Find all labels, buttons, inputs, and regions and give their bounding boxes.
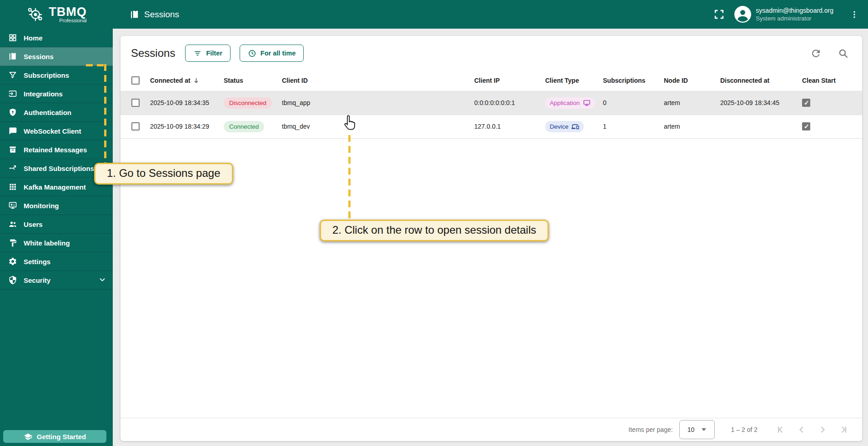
sidebar-item-settings[interactable]: Settings: [0, 252, 113, 271]
monitor-icon: [8, 200, 18, 210]
sidebar: Home Sessions Subscriptions: [0, 29, 113, 446]
sidebar-item-label: Shared Subscriptions: [24, 165, 94, 172]
tutorial-connector-line: [348, 135, 351, 220]
more-menu-button[interactable]: [845, 5, 863, 24]
search-button[interactable]: [834, 44, 852, 62]
column-header-client-ip[interactable]: Client IP: [474, 70, 545, 91]
clean-start-checkbox[interactable]: [802, 99, 810, 107]
tutorial-connector-line: [104, 64, 106, 163]
cell-subscriptions: 0: [603, 91, 664, 115]
cell-client-id: tbmq_app: [282, 91, 474, 115]
monitor-app-icon: [583, 99, 591, 107]
breadcrumb-label: Sessions: [144, 10, 179, 20]
row-checkbox[interactable]: [131, 122, 140, 130]
sidebar-item-label: Subscriptions: [24, 71, 69, 79]
caret-down-icon: [702, 428, 706, 431]
refresh-button[interactable]: [807, 44, 825, 62]
chat-bubble-icon: [8, 126, 18, 136]
dashboard-icon: [8, 33, 18, 43]
sessions-book-icon: [8, 51, 18, 61]
tutorial-step2-callout: 2. Click on the row to open session deta…: [320, 220, 549, 241]
filter-button[interactable]: Filter: [185, 45, 230, 62]
filter-lines-icon: [193, 49, 202, 58]
sidebar-item-label: Users: [24, 220, 43, 228]
sessions-table: Connected at Status Client ID Client IP …: [120, 70, 862, 139]
status-badge: Connected: [224, 121, 264, 132]
sessions-book-icon: [130, 10, 140, 20]
fullscreen-button[interactable]: [710, 5, 728, 24]
shield-lock-icon: [8, 107, 18, 117]
chevron-left-icon: [796, 424, 807, 435]
clock-icon: [248, 49, 256, 58]
column-header-subscriptions[interactable]: Subscriptions: [603, 70, 664, 91]
sidebar-item-label: Home: [24, 34, 43, 42]
cell-subscriptions: 1: [603, 115, 664, 138]
table-header-row: Connected at Status Client ID Client IP …: [120, 70, 862, 91]
sidebar-item-integrations[interactable]: Integrations: [0, 85, 113, 103]
cell-node-id: artem: [664, 91, 720, 115]
sidebar-item-retained-messages[interactable]: Retained Messages: [0, 140, 113, 159]
row-checkbox[interactable]: [131, 99, 140, 107]
archive-icon: [8, 145, 18, 155]
sidebar-item-authentication[interactable]: Authentication: [0, 103, 113, 122]
kebab-menu-icon: [850, 10, 859, 19]
sidebar-item-websocket-client[interactable]: WebSocket Client: [0, 122, 113, 140]
sidebar-item-label: Sessions: [24, 53, 54, 60]
page-size-select[interactable]: 10: [679, 420, 715, 439]
sidebar-item-label: Kafka Management: [24, 183, 86, 191]
column-header-disconnected-at[interactable]: Disconnected at: [720, 70, 802, 91]
search-icon: [838, 48, 849, 59]
sidebar-item-subscriptions[interactable]: Subscriptions: [0, 66, 113, 85]
sidebar-item-label: Retained Messages: [24, 146, 87, 154]
gear-icon: [8, 256, 18, 266]
prev-page-button[interactable]: [791, 421, 812, 439]
column-header-client-type[interactable]: Client Type: [545, 70, 603, 91]
getting-started-button[interactable]: Getting Started: [3, 430, 106, 443]
next-page-button[interactable]: [812, 421, 833, 439]
first-page-icon: [775, 424, 786, 435]
page-size-value: 10: [687, 426, 695, 433]
funnel-icon: [8, 70, 18, 80]
sidebar-item-users[interactable]: Users: [0, 215, 113, 234]
last-page-button[interactable]: [833, 421, 854, 439]
getting-started-label: Getting Started: [37, 433, 86, 441]
brand-subtitle: Professional: [59, 18, 87, 23]
refresh-icon: [810, 48, 822, 59]
sidebar-item-white-labeling[interactable]: White labeling: [0, 234, 113, 252]
page-title: Sessions: [131, 47, 175, 60]
client-type-chip: Application: [545, 97, 595, 109]
avatar[interactable]: [734, 6, 751, 23]
tbmq-logo-icon: [26, 5, 45, 24]
client-type-chip: Device: [545, 121, 584, 132]
clean-start-checkbox[interactable]: [802, 122, 810, 130]
sidebar-item-sessions[interactable]: Sessions: [0, 47, 113, 66]
column-header-connected-at[interactable]: Connected at: [150, 70, 224, 91]
cell-connected-at: 2025-10-09 18:34:35: [150, 91, 224, 115]
column-header-client-id[interactable]: Client ID: [282, 70, 474, 91]
top-bar: TBMQ Professional Sessions sysadmin@thin…: [0, 0, 868, 29]
cell-node-id: artem: [664, 115, 720, 138]
user-email: sysadmin@thingsboard.org: [756, 6, 833, 15]
cell-connected-at: 2025-10-09 18:34:29: [150, 115, 224, 138]
paint-roller-icon: [8, 238, 18, 248]
timewindow-button-label: For all time: [261, 50, 296, 57]
first-page-button[interactable]: [770, 421, 791, 439]
column-header-status[interactable]: Status: [224, 70, 282, 91]
column-header-node-id[interactable]: Node ID: [664, 70, 720, 91]
table-row[interactable]: 2025-10-09 18:34:29 Connected tbmq_dev 1…: [120, 115, 862, 138]
select-all-checkbox[interactable]: [131, 76, 140, 85]
tutorial-connector-line: [86, 64, 106, 66]
sidebar-item-security[interactable]: Security: [0, 271, 113, 290]
user-role: System administrator: [756, 15, 833, 22]
table-row[interactable]: 2025-10-09 18:34:35 Disconnected tbmq_ap…: [120, 91, 862, 115]
hand-pointer-cursor-icon: [341, 114, 358, 131]
paginator: Items per page: 10 1 – 2 of 2: [120, 418, 862, 441]
status-badge: Disconnected: [224, 97, 272, 109]
column-header-clean-start[interactable]: Clean Start: [802, 70, 862, 91]
cell-client-ip: 0:0:0:0:0:0:0:1: [474, 91, 545, 115]
apps-grid-icon: [8, 182, 18, 192]
sidebar-item-monitoring[interactable]: Monitoring: [0, 196, 113, 215]
sidebar-item-home[interactable]: Home: [0, 29, 113, 47]
brand-logo[interactable]: TBMQ Professional: [0, 5, 113, 24]
timewindow-button[interactable]: For all time: [240, 45, 304, 62]
